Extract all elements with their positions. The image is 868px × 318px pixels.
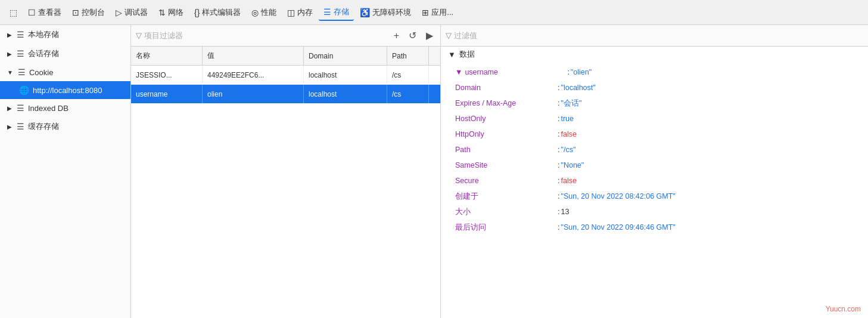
- inspector-icon: ☐: [28, 8, 36, 17]
- detail-key-created: 创建于: [455, 190, 556, 202]
- sidebar-item-session-storage[interactable]: ▶ ☰ 会话存储: [0, 44, 130, 63]
- sidebar-item-localhost-label: http://localhost:8080: [33, 86, 102, 95]
- detail-value-samesite: "None": [561, 159, 584, 171]
- row2-path: /cs: [387, 85, 429, 103]
- detail-row-last-access: 最后访问 : "Sun, 20 Nov 2022 09:46:46 GMT": [441, 220, 868, 235]
- toolbar-inspector-label: 查看器: [38, 7, 61, 18]
- sidebar-item-indexed-db[interactable]: ▶ ☰ Indexed DB: [0, 99, 130, 117]
- toolbar-application[interactable]: ⊞ 应用...: [417, 5, 458, 20]
- data-label: 数据: [459, 49, 475, 60]
- filter-area: ▽ 项目过滤器: [136, 30, 387, 41]
- detail-main-row: ▼ username : "olien": [441, 64, 868, 80]
- detail-row-hostonly: HostOnly : true: [441, 111, 868, 126]
- cookie-icon: ☰: [18, 67, 26, 77]
- detail-content: ▼ username : "olien" Domain : "localhost…: [441, 62, 868, 318]
- toolbar-cursor[interactable]: ⬚: [5, 5, 22, 20]
- table-header: 名称 值 Domain Path: [131, 47, 440, 66]
- toolbar-memory-label: 内存: [297, 7, 313, 18]
- detail-key-domain: Domain: [455, 82, 556, 94]
- row2-name: username: [131, 85, 203, 103]
- detail-key-samesite: SameSite: [455, 159, 556, 171]
- memory-icon: ◫: [287, 8, 295, 17]
- local-storage-icon: ☰: [17, 30, 24, 39]
- arrow-down-icon: ▼: [7, 69, 13, 76]
- toolbar-console[interactable]: ⊡ 控制台: [67, 5, 110, 20]
- toolbar-accessibility[interactable]: ♿ 无障碍环境: [355, 5, 416, 20]
- detail-value-domain: "localhost": [561, 82, 595, 94]
- toolbar-performance[interactable]: ◎ 性能: [247, 5, 281, 20]
- table-row[interactable]: username olien localhost /cs: [131, 85, 440, 104]
- refresh-button[interactable]: ↺: [406, 29, 419, 42]
- application-icon: ⊞: [422, 8, 429, 17]
- detail-value-created: "Sun, 20 Nov 2022 08:42:06 GMT": [561, 190, 675, 202]
- toolbar-debugger-label: 调试器: [125, 7, 148, 18]
- detail-key-secure: Secure: [455, 175, 556, 187]
- data-section-header: ▼ 数据: [441, 47, 868, 62]
- cursor-icon: ⬚: [10, 8, 17, 17]
- detail-value-hostonly: true: [561, 113, 574, 125]
- toolbar-storage[interactable]: ☰ 存储: [319, 4, 354, 21]
- sidebar-item-cookie[interactable]: ▼ ☰ Cookie: [0, 63, 130, 81]
- row1-value: 449249EE2FC6...: [203, 66, 304, 84]
- detail-key-expires: Expires / Max-Age: [455, 97, 556, 109]
- detail-key-last-access: 最后访问: [455, 221, 556, 233]
- middle-panel-toolbar: ▽ 项目过滤器 + ↺ ▶: [131, 25, 440, 47]
- detail-row-created: 创建于 : "Sun, 20 Nov 2022 08:42:06 GMT": [441, 189, 868, 204]
- detail-row-httponly: HttpOnly : false: [441, 126, 868, 142]
- detail-value-path: "/cs": [561, 144, 575, 156]
- detail-value-size: 13: [561, 206, 569, 218]
- detail-key-hostonly: HostOnly: [455, 113, 556, 125]
- toolbar-memory[interactable]: ◫ 内存: [282, 5, 318, 20]
- detail-key-path: Path: [455, 144, 556, 156]
- toolbar-debugger[interactable]: ▷ 调试器: [111, 5, 153, 20]
- row1-path: /cs: [387, 66, 429, 84]
- col-path: Path: [387, 47, 429, 65]
- sidebar-item-local-storage[interactable]: ▶ ☰ 本地存储: [0, 25, 130, 44]
- performance-icon: ◎: [251, 8, 259, 17]
- toolbar-accessibility-label: 无障碍环境: [372, 7, 411, 18]
- add-button[interactable]: +: [391, 29, 402, 42]
- right-filter-icon: ▽: [446, 31, 452, 40]
- toolbar-style-editor[interactable]: {} 样式编辑器: [189, 5, 245, 20]
- detail-row-domain: Domain : "localhost": [441, 80, 868, 95]
- toolbar-network[interactable]: ⇅ 网络: [154, 5, 188, 20]
- table-row[interactable]: JSESSIO... 449249EE2FC6... localhost /cs: [131, 66, 440, 85]
- toolbar-style-editor-label: 样式编辑器: [202, 7, 241, 18]
- arrow-right-icon: ▶: [7, 32, 12, 38]
- accessibility-icon: ♿: [360, 8, 370, 17]
- detail-row-size: 大小 : 13: [441, 204, 868, 220]
- top-toolbar: ⬚ ☐ 查看器 ⊡ 控制台 ▷ 调试器 ⇅ 网络 {} 样式编辑器 ◎ 性能 ◫…: [0, 0, 868, 25]
- filter-placeholder: 项目过滤器: [144, 30, 183, 41]
- right-panel-toolbar: ▽ 过滤值: [441, 25, 868, 47]
- detail-value-httponly: false: [561, 128, 576, 140]
- watermark: Yuucn.com: [826, 305, 861, 313]
- sidebar-item-localhost[interactable]: 🌐 http://localhost:8080: [0, 81, 130, 99]
- detail-arrow: ▼: [455, 66, 462, 78]
- right-filter-placeholder: 过滤值: [454, 30, 477, 41]
- detail-main-value: "olien": [571, 66, 592, 78]
- indexed-db-icon: ☰: [17, 103, 24, 113]
- main-layout: ▶ ☰ 本地存储 ▶ ☰ 会话存储 ▼ ☰ Cookie 🌐 http://lo…: [0, 25, 868, 318]
- arrow-right-icon-3: ▶: [7, 105, 12, 112]
- detail-row-secure: Secure : false: [441, 173, 868, 189]
- detail-value-last-access: "Sun, 20 Nov 2022 09:46:46 GMT": [561, 221, 675, 233]
- sidebar-item-cookie-label: Cookie: [29, 68, 53, 77]
- row1-name: JSESSIO...: [131, 66, 203, 84]
- console-icon: ⊡: [72, 8, 79, 17]
- toolbar-network-label: 网络: [168, 7, 183, 18]
- cookie-table: 名称 值 Domain Path JSESSIO... 449249EE2FC6…: [131, 47, 440, 318]
- toolbar-inspector[interactable]: ☐ 查看器: [23, 5, 66, 20]
- row2-value: olien: [203, 85, 304, 103]
- play-button[interactable]: ▶: [424, 29, 435, 42]
- sidebar-item-local-storage-label: 本地存储: [28, 29, 59, 40]
- arrow-right-icon-2: ▶: [7, 51, 12, 57]
- detail-value-expires: "会话": [561, 97, 581, 109]
- toolbar-console-label: 控制台: [82, 7, 105, 18]
- detail-key-size: 大小: [455, 206, 556, 218]
- toolbar-storage-label: 存储: [334, 7, 349, 17]
- sidebar-item-cache-storage[interactable]: ▶ ☰ 缓存存储: [0, 117, 130, 136]
- sidebar: ▶ ☰ 本地存储 ▶ ☰ 会话存储 ▼ ☰ Cookie 🌐 http://lo…: [0, 25, 131, 318]
- detail-row-path: Path : "/cs": [441, 142, 868, 158]
- sidebar-item-session-storage-label: 会话存储: [28, 48, 59, 59]
- sidebar-item-indexed-db-label: Indexed DB: [28, 104, 69, 113]
